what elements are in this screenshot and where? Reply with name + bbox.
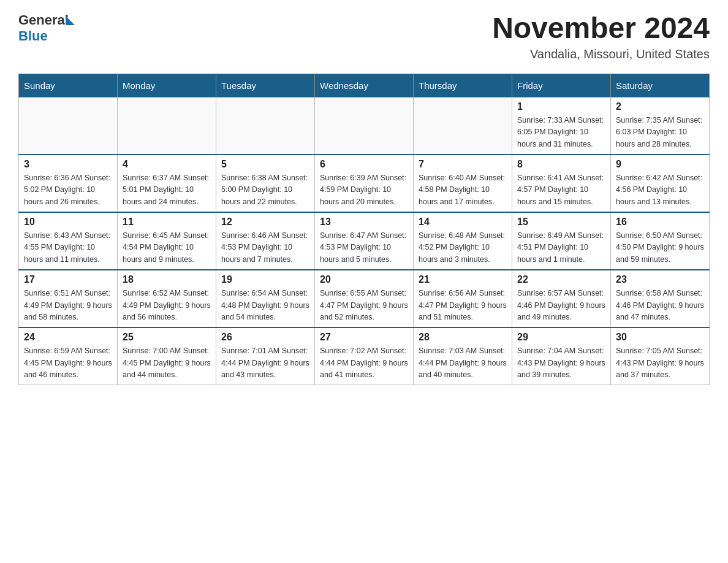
day-number: 14 [419, 216, 507, 228]
day-number: 4 [123, 159, 211, 170]
calendar-day-cell: 6Sunrise: 6:39 AM Sunset: 4:59 PM Daylig… [315, 155, 414, 212]
calendar-day-cell: 23Sunrise: 6:58 AM Sunset: 4:46 PM Dayli… [611, 270, 710, 327]
calendar-day-cell: 25Sunrise: 7:00 AM Sunset: 4:45 PM Dayli… [118, 327, 216, 385]
calendar-day-header: Thursday [414, 74, 512, 97]
day-number: 18 [123, 274, 211, 285]
calendar-day-cell [216, 97, 315, 155]
calendar-day-cell: 14Sunrise: 6:48 AM Sunset: 4:52 PM Dayli… [414, 212, 512, 270]
day-info: Sunrise: 7:05 AM Sunset: 4:43 PM Dayligh… [616, 345, 704, 381]
day-info: Sunrise: 6:48 AM Sunset: 4:52 PM Dayligh… [419, 230, 507, 266]
calendar-day-header: Tuesday [216, 74, 315, 97]
day-info: Sunrise: 6:45 AM Sunset: 4:54 PM Dayligh… [123, 230, 211, 266]
calendar-day-header: Friday [512, 74, 611, 97]
calendar-day-cell: 12Sunrise: 6:46 AM Sunset: 4:53 PM Dayli… [216, 212, 315, 270]
day-info: Sunrise: 6:51 AM Sunset: 4:49 PM Dayligh… [24, 288, 112, 323]
day-number: 13 [320, 216, 408, 228]
day-info: Sunrise: 6:41 AM Sunset: 4:57 PM Dayligh… [517, 172, 605, 208]
day-number: 9 [616, 159, 704, 170]
title-section: November 2024 Vandalia, Missouri, United… [492, 12, 710, 61]
logo-general-text: General [18, 12, 69, 28]
logo: General Blue [18, 12, 75, 44]
calendar-day-cell: 20Sunrise: 6:55 AM Sunset: 4:47 PM Dayli… [315, 270, 414, 327]
calendar-day-cell [19, 97, 118, 155]
day-info: Sunrise: 7:04 AM Sunset: 4:43 PM Dayligh… [517, 345, 605, 381]
calendar-day-cell: 7Sunrise: 6:40 AM Sunset: 4:58 PM Daylig… [414, 155, 512, 212]
day-number: 10 [24, 216, 112, 228]
calendar-day-cell: 1Sunrise: 7:33 AM Sunset: 6:05 PM Daylig… [512, 97, 611, 155]
calendar-day-cell: 19Sunrise: 6:54 AM Sunset: 4:48 PM Dayli… [216, 270, 315, 327]
day-number: 29 [517, 332, 605, 343]
day-number: 20 [320, 274, 408, 285]
day-number: 26 [221, 332, 309, 343]
calendar-day-cell: 15Sunrise: 6:49 AM Sunset: 4:51 PM Dayli… [512, 212, 611, 270]
day-number: 5 [221, 159, 309, 170]
day-number: 27 [320, 332, 408, 343]
calendar-day-cell [414, 97, 512, 155]
calendar-day-header: Saturday [611, 74, 710, 97]
day-number: 19 [221, 274, 309, 285]
day-info: Sunrise: 6:47 AM Sunset: 4:53 PM Dayligh… [320, 230, 408, 266]
calendar-week-row: 24Sunrise: 6:59 AM Sunset: 4:45 PM Dayli… [19, 327, 710, 385]
day-info: Sunrise: 6:43 AM Sunset: 4:55 PM Dayligh… [24, 230, 112, 266]
day-info: Sunrise: 6:56 AM Sunset: 4:47 PM Dayligh… [419, 288, 507, 323]
logo-blue-text: Blue [18, 28, 75, 44]
day-info: Sunrise: 6:42 AM Sunset: 4:56 PM Dayligh… [616, 172, 704, 208]
day-info: Sunrise: 6:36 AM Sunset: 5:02 PM Dayligh… [24, 172, 112, 208]
day-info: Sunrise: 7:00 AM Sunset: 4:45 PM Dayligh… [123, 345, 211, 381]
day-info: Sunrise: 6:54 AM Sunset: 4:48 PM Dayligh… [221, 288, 309, 323]
day-info: Sunrise: 7:01 AM Sunset: 4:44 PM Dayligh… [221, 345, 309, 381]
calendar-week-row: 1Sunrise: 7:33 AM Sunset: 6:05 PM Daylig… [19, 97, 710, 155]
day-number: 25 [123, 332, 211, 343]
calendar-day-cell: 8Sunrise: 6:41 AM Sunset: 4:57 PM Daylig… [512, 155, 611, 212]
day-number: 30 [616, 332, 704, 343]
location-subtitle: Vandalia, Missouri, United States [492, 47, 710, 61]
calendar-day-cell: 24Sunrise: 6:59 AM Sunset: 4:45 PM Dayli… [19, 327, 118, 385]
day-number: 7 [419, 159, 507, 170]
day-number: 6 [320, 159, 408, 170]
day-info: Sunrise: 6:57 AM Sunset: 4:46 PM Dayligh… [517, 288, 605, 323]
calendar-day-cell: 21Sunrise: 6:56 AM Sunset: 4:47 PM Dayli… [414, 270, 512, 327]
calendar-week-row: 17Sunrise: 6:51 AM Sunset: 4:49 PM Dayli… [19, 270, 710, 327]
calendar-day-cell: 9Sunrise: 6:42 AM Sunset: 4:56 PM Daylig… [611, 155, 710, 212]
day-number: 22 [517, 274, 605, 285]
calendar-table: SundayMondayTuesdayWednesdayThursdayFrid… [18, 74, 710, 386]
day-info: Sunrise: 6:55 AM Sunset: 4:47 PM Dayligh… [320, 288, 408, 323]
day-info: Sunrise: 7:33 AM Sunset: 6:05 PM Dayligh… [517, 115, 605, 150]
calendar-day-cell: 16Sunrise: 6:50 AM Sunset: 4:50 PM Dayli… [611, 212, 710, 270]
calendar-week-row: 3Sunrise: 6:36 AM Sunset: 5:02 PM Daylig… [19, 155, 710, 212]
day-info: Sunrise: 6:46 AM Sunset: 4:53 PM Dayligh… [221, 230, 309, 266]
month-year-title: November 2024 [492, 12, 710, 45]
calendar-day-cell: 11Sunrise: 6:45 AM Sunset: 4:54 PM Dayli… [118, 212, 216, 270]
day-info: Sunrise: 7:35 AM Sunset: 6:03 PM Dayligh… [616, 115, 704, 150]
calendar-day-cell: 26Sunrise: 7:01 AM Sunset: 4:44 PM Dayli… [216, 327, 315, 385]
day-info: Sunrise: 7:03 AM Sunset: 4:44 PM Dayligh… [419, 345, 507, 381]
day-number: 3 [24, 159, 112, 170]
calendar-day-header: Sunday [19, 74, 118, 97]
day-number: 2 [616, 101, 704, 112]
day-number: 24 [24, 332, 112, 343]
calendar-day-header: Wednesday [315, 74, 414, 97]
calendar-day-cell: 5Sunrise: 6:38 AM Sunset: 5:00 PM Daylig… [216, 155, 315, 212]
calendar-day-cell: 29Sunrise: 7:04 AM Sunset: 4:43 PM Dayli… [512, 327, 611, 385]
day-info: Sunrise: 6:50 AM Sunset: 4:50 PM Dayligh… [616, 230, 704, 266]
calendar-day-cell: 2Sunrise: 7:35 AM Sunset: 6:03 PM Daylig… [611, 97, 710, 155]
calendar-day-cell: 18Sunrise: 6:52 AM Sunset: 4:49 PM Dayli… [118, 270, 216, 327]
calendar-day-cell: 22Sunrise: 6:57 AM Sunset: 4:46 PM Dayli… [512, 270, 611, 327]
day-info: Sunrise: 6:49 AM Sunset: 4:51 PM Dayligh… [517, 230, 605, 266]
day-number: 1 [517, 101, 605, 112]
day-info: Sunrise: 6:40 AM Sunset: 4:58 PM Dayligh… [419, 172, 507, 208]
calendar-day-cell: 30Sunrise: 7:05 AM Sunset: 4:43 PM Dayli… [611, 327, 710, 385]
calendar-day-cell: 28Sunrise: 7:03 AM Sunset: 4:44 PM Dayli… [414, 327, 512, 385]
day-number: 12 [221, 216, 309, 228]
calendar-day-cell: 3Sunrise: 6:36 AM Sunset: 5:02 PM Daylig… [19, 155, 118, 212]
day-info: Sunrise: 6:37 AM Sunset: 5:01 PM Dayligh… [123, 172, 211, 208]
day-info: Sunrise: 7:02 AM Sunset: 4:44 PM Dayligh… [320, 345, 408, 381]
calendar-day-header: Monday [118, 74, 216, 97]
day-info: Sunrise: 6:38 AM Sunset: 5:00 PM Dayligh… [221, 172, 309, 208]
calendar-day-cell: 13Sunrise: 6:47 AM Sunset: 4:53 PM Dayli… [315, 212, 414, 270]
day-number: 16 [616, 216, 704, 228]
calendar-week-row: 10Sunrise: 6:43 AM Sunset: 4:55 PM Dayli… [19, 212, 710, 270]
day-number: 8 [517, 159, 605, 170]
day-info: Sunrise: 6:59 AM Sunset: 4:45 PM Dayligh… [24, 345, 112, 381]
logo-triangle-icon [66, 17, 75, 25]
